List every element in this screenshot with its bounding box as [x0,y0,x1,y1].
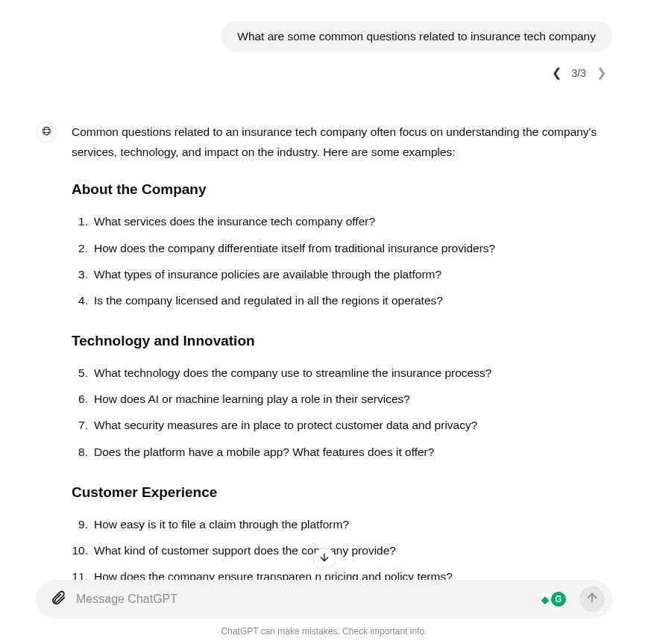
list-num: 8. [72,442,88,462]
section-list-tech: 5.What technology does the company use t… [72,363,606,462]
list-num: 1. [72,211,88,231]
grammarly-badge-icon[interactable]: G [551,592,566,607]
user-message-row: What are some common questions related t… [36,21,612,52]
messages-pane: What are some common questions related t… [0,0,648,590]
list-text: Is the company licensed and regulated in… [94,290,606,310]
list-item: 10.What kind of customer support does th… [72,540,606,560]
assistant-content: Common questions related to an insurance… [72,122,612,590]
list-num: 6. [72,389,88,409]
section-heading-company: About the Company [72,177,606,202]
list-item: 1.What services does the insurance tech … [72,211,606,231]
list-text: What services does the insurance tech co… [94,211,606,231]
section-list-cx: 9.How easy is it to file a claim through… [72,514,606,590]
list-text: What kind of customer support does the c… [94,540,606,560]
list-num: 3. [72,264,88,284]
list-item: 2.How does the company differentiate its… [72,238,606,258]
list-text: How does AI or machine learning play a r… [94,389,606,409]
list-num: 4. [72,290,88,310]
list-num: 7. [72,415,88,435]
list-num: 10. [72,540,88,560]
list-item: 7.What security measures are in place to… [72,415,606,435]
scroll-down-button[interactable] [313,548,336,570]
composer: ◆ G [36,580,612,619]
list-item: 5.What technology does the company use t… [72,363,606,383]
list-num: 2. [72,238,88,258]
arrow-down-icon [318,551,330,566]
user-message-bubble: What are some common questions related t… [221,21,612,52]
pagination-next-button[interactable]: ❯ [597,66,606,80]
pagination-prev-button[interactable]: ❮ [552,66,562,80]
extension-badges: ◆ G [541,592,566,607]
attach-button[interactable] [49,590,67,608]
list-text: What technology does the company use to … [94,363,606,383]
list-text: How easy is it to file a claim through t… [94,514,606,534]
paperclip-icon [50,590,66,609]
list-num: 9. [72,514,88,534]
message-input[interactable] [76,593,532,606]
arrow-up-icon [585,591,599,607]
section-list-company: 1.What services does the insurance tech … [72,211,606,310]
list-text: Does the platform have a mobile app? Wha… [94,442,606,462]
list-item: 6.How does AI or machine learning play a… [72,389,606,409]
list-item: 4.Is the company licensed and regulated … [72,290,606,310]
section-heading-cx: Customer Experience [72,480,606,505]
list-item: 9.How easy is it to file a claim through… [72,514,606,534]
send-button[interactable] [579,587,605,612]
list-num: 5. [72,363,88,383]
section-heading-tech: Technology and Innovation [72,328,606,354]
assistant-message-row: Common questions related to an insurance… [36,122,612,590]
openai-logo-icon [40,125,53,140]
list-text: What security measures are in place to p… [94,415,606,435]
grammarly-marker-icon[interactable]: ◆ [541,594,550,605]
footer-disclaimer: ChatGPT can make mistakes. Check importa… [0,626,648,637]
list-text: What types of insurance policies are ava… [94,264,606,284]
assistant-avatar [36,122,57,143]
list-item: 3.What types of insurance policies are a… [72,264,606,284]
list-text: How does the company differentiate itsel… [94,238,606,258]
list-item: 8.Does the platform have a mobile app? W… [72,442,606,462]
message-pagination: ❮ 3/3 ❯ [36,66,612,80]
pagination-label: 3/3 [572,67,586,79]
assistant-intro: Common questions related to an insurance… [72,122,606,162]
app-root: What are some common questions related t… [0,0,648,644]
